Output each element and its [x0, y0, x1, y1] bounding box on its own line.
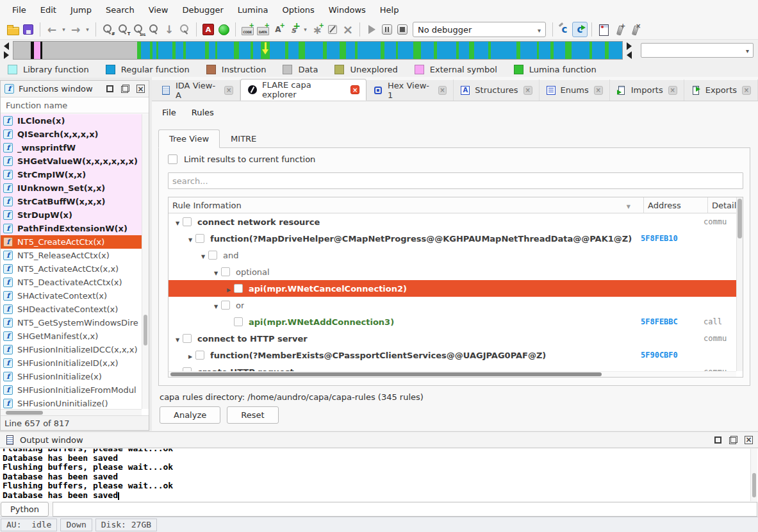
tree-vertical-scrollbar[interactable]	[736, 197, 743, 371]
tab-enums[interactable]: Enums	[540, 79, 610, 101]
menu-lumina[interactable]: Lumina	[231, 0, 276, 20]
tab-close-icon[interactable]	[668, 86, 677, 95]
tab-structures[interactable]: Structures	[454, 79, 539, 101]
function-row[interactable]: fStrDupW(x)	[1, 208, 142, 222]
collapse-icon[interactable]	[172, 217, 183, 227]
search-immediate-icon[interactable]: #	[100, 22, 115, 37]
limit-results-checkbox[interactable]	[168, 154, 177, 164]
menu-edit[interactable]: Edit	[33, 0, 63, 20]
function-row[interactable]: f_wnsprintfW	[1, 141, 142, 154]
quick-c-view-icon[interactable]	[572, 22, 588, 37]
tree-row[interactable]: and	[169, 247, 736, 263]
function-row[interactable]: fStrCatBuffW(x,x,x)	[1, 195, 142, 208]
output-console[interactable]: Flushing buffers, please wait...okDataba…	[0, 449, 758, 501]
function-row[interactable]: fSHFusionUninitialize()	[1, 397, 142, 409]
nav-forward-dropdown-icon[interactable]: ▾	[83, 22, 92, 37]
scroll-thumb[interactable]	[6, 411, 43, 415]
collapse-icon[interactable]	[211, 267, 221, 277]
output-minimize-button[interactable]	[714, 436, 722, 444]
functions-restore-button[interactable]	[121, 85, 129, 93]
string-type-dropdown-icon[interactable]: ▾	[301, 22, 309, 37]
tab-close-icon[interactable]	[438, 86, 447, 95]
make-string-icon[interactable]	[286, 22, 301, 37]
reset-button[interactable]: Reset	[227, 406, 278, 424]
band-zoom-out-icon[interactable]	[627, 51, 632, 59]
breakpoint-list-icon[interactable]	[596, 22, 611, 37]
collapse-icon[interactable]	[185, 234, 195, 244]
function-name-column-header[interactable]: Function name	[1, 97, 149, 113]
function-row[interactable]: fNT5_ReleaseActCtx(x)	[1, 249, 142, 262]
save-file-icon[interactable]	[21, 22, 36, 37]
debug-stop-icon[interactable]	[395, 22, 410, 37]
search-input[interactable]	[168, 172, 743, 189]
rule-checkbox[interactable]	[234, 284, 243, 293]
rule-checkbox[interactable]	[221, 267, 230, 276]
function-row[interactable]: fSHGetValueW(x,x,x,x,x,x)	[1, 154, 142, 168]
collapse-icon[interactable]	[172, 334, 183, 344]
tree-row[interactable]: create HTTP requestcommu	[169, 363, 736, 371]
function-row[interactable]: fNT5_GetSystemWindowsDire	[1, 316, 142, 329]
tab-hex-view-1[interactable]: Hex View-1	[367, 79, 454, 101]
rule-checkbox[interactable]	[208, 251, 217, 260]
function-row[interactable]: fIUnknown_Set(x,x)	[1, 181, 142, 195]
add-breakpoint-icon[interactable]: +	[611, 22, 627, 37]
tree-row[interactable]: or	[169, 297, 736, 313]
search-binary-icon[interactable]: 101	[131, 22, 146, 37]
menu-windows[interactable]: Windows	[322, 0, 373, 20]
tab-close-icon[interactable]	[224, 86, 233, 95]
function-row[interactable]: fSHFusionInitialize(x)	[1, 370, 142, 383]
scroll-thumb[interactable]	[170, 372, 602, 376]
function-row[interactable]: fNT5_CreateActCtx(x)	[1, 235, 142, 249]
edit-function-icon[interactable]	[325, 22, 340, 37]
make-name-icon[interactable]	[270, 22, 286, 37]
tree-row[interactable]: api(mpr.WNetAddConnection3)5F8FEBBCcall	[169, 313, 736, 330]
tab-close-icon[interactable]	[523, 86, 532, 95]
scroll-thumb[interactable]	[752, 473, 756, 497]
tree-row[interactable]: connect network resourcecommu	[169, 213, 736, 230]
functions-minimize-button[interactable]	[106, 85, 114, 93]
python-interpreter-button[interactable]: Python	[1, 502, 49, 517]
delete-breakpoint-icon[interactable]: ×	[627, 22, 642, 37]
band-scroll-right-icon[interactable]	[4, 51, 9, 59]
menu-view[interactable]: View	[142, 0, 176, 20]
nav-back-icon[interactable]: ←	[44, 22, 60, 37]
produce-c-file-icon[interactable]	[557, 22, 572, 37]
tab-tree-view[interactable]: Tree View	[158, 129, 220, 148]
tab-close-icon[interactable]	[742, 86, 751, 95]
name-search-combobox[interactable]	[641, 43, 754, 58]
tab-imports[interactable]: Imports	[610, 79, 684, 101]
expand-icon[interactable]	[224, 284, 234, 294]
debug-start-icon[interactable]	[364, 22, 379, 37]
menu-help[interactable]: Help	[373, 0, 406, 20]
tab-close-icon[interactable]	[350, 85, 359, 94]
tree-horizontal-scrollbar[interactable]	[169, 371, 736, 377]
function-row[interactable]: fSHFusionInitializeFromModul	[1, 383, 142, 397]
function-row[interactable]: fSHFusionInitializeID(x,x)	[1, 356, 142, 370]
function-row[interactable]: fPathFindExtensionW(x)	[1, 222, 142, 235]
collapse-icon[interactable]	[198, 251, 208, 260]
function-row[interactable]: fNT5_DeactivateActCtx(x)	[1, 276, 142, 289]
tree-row[interactable]: optional	[169, 263, 736, 280]
rule-checkbox[interactable]	[221, 301, 230, 310]
function-row[interactable]: fStrCmpIW(x,x)	[1, 168, 142, 181]
tree-row[interactable]: connect to HTTP servercommu	[169, 330, 736, 347]
band-scroll-left-icon[interactable]	[4, 42, 9, 50]
tab-exports[interactable]: Exports	[684, 79, 758, 101]
function-row[interactable]: fQISearch(x,x,x,x)	[1, 128, 142, 141]
tree-row[interactable]: api(mpr.WNetCancelConnection2)	[169, 280, 736, 297]
make-code-icon[interactable]: CODE	[240, 22, 255, 37]
functions-close-button[interactable]	[136, 85, 145, 93]
menu-options[interactable]: Options	[276, 0, 322, 20]
function-row[interactable]: fSHFusionInitializeIDCC(x,x,x)	[1, 343, 142, 356]
tree-row[interactable]: function(?MemberExists@CPassportClientSe…	[169, 347, 736, 363]
output-restore-button[interactable]	[729, 436, 737, 444]
make-data-icon[interactable]: DATA	[255, 22, 270, 37]
menu-jump[interactable]: Jump	[63, 0, 99, 20]
menu-debugger[interactable]: Debugger	[175, 0, 230, 20]
menu-file[interactable]: File	[5, 0, 33, 20]
nav-forward-icon[interactable]: →	[68, 22, 83, 37]
navigation-band[interactable]	[13, 41, 623, 60]
tree-row[interactable]: function(?MapDriveHelper@CMapNetProgress…	[169, 230, 736, 247]
menu-search[interactable]: Search	[99, 0, 142, 20]
capa-menu-rules[interactable]: Rules	[184, 108, 222, 117]
